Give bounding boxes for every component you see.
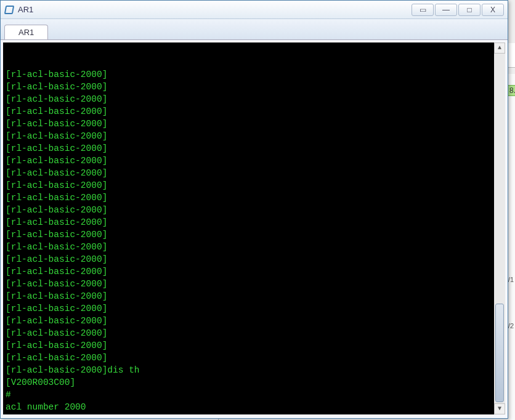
terminal-line: # bbox=[6, 389, 503, 401]
terminal-line: [rl-acl-basic-2000] bbox=[6, 327, 503, 339]
terminal-line: [rl-acl-basic-2000] bbox=[6, 265, 503, 278]
close-button[interactable]: X bbox=[482, 4, 504, 16]
terminal-line: [rl-acl-basic-2000] bbox=[6, 130, 503, 142]
tab-bar: AR1 bbox=[1, 19, 508, 40]
terminal-line: [rl-acl-basic-2000] bbox=[6, 253, 503, 265]
window-title: AR1 bbox=[18, 5, 33, 14]
terminal-line: [rl-acl-basic-2000] bbox=[6, 216, 503, 228]
terminal-line: [rl-acl-basic-2000] bbox=[6, 105, 503, 118]
terminal-line: [rl-acl-basic-2000] bbox=[6, 302, 503, 315]
scroll-down-button[interactable]: ▼ bbox=[494, 403, 505, 414]
terminal-line: [rl-acl-basic-2000] bbox=[6, 204, 503, 216]
terminal-line: [rl-acl-basic-2000]dis th bbox=[6, 364, 503, 376]
scroll-up-button[interactable]: ▲ bbox=[494, 42, 505, 54]
terminal-line: [rl-acl-basic-2000] bbox=[6, 339, 503, 352]
minimize-button[interactable]: — bbox=[435, 4, 457, 16]
terminal-line: [rl-acl-basic-2000] bbox=[6, 352, 503, 364]
terminal-line: [rl-acl-basic-2000] bbox=[6, 142, 503, 155]
scroll-thumb[interactable] bbox=[495, 304, 504, 402]
app-icon bbox=[4, 5, 14, 15]
terminal-line: [rl-acl-basic-2000] bbox=[6, 167, 503, 179]
terminal-line: [rl-acl-basic-2000] bbox=[6, 93, 503, 105]
titlebar[interactable]: AR1 ▭ — □ X bbox=[1, 1, 508, 19]
terminal-line: [V200R003C00] bbox=[6, 376, 503, 389]
terminal-scrollbar[interactable]: ▲ ▼ bbox=[494, 42, 505, 414]
terminal-line: [rl-acl-basic-2000] bbox=[6, 290, 503, 302]
terminal-line: acl number 2000 bbox=[6, 401, 503, 413]
terminal-line: [rl-acl-basic-2000] bbox=[6, 278, 503, 290]
maximize-button[interactable]: □ bbox=[458, 4, 481, 16]
terminal-line: [rl-acl-basic-2000] bbox=[6, 241, 503, 253]
terminal-line: [rl-acl-basic-2000] bbox=[6, 179, 503, 192]
terminal-line: [rl-acl-basic-2000] bbox=[6, 192, 503, 204]
terminal-line: [rl-acl-basic-2000] bbox=[6, 118, 503, 130]
terminal-line: [rl-acl-basic-2000] bbox=[6, 315, 503, 327]
terminal-window: AR1 ▭ — □ X AR1 [rl-acl-basic-2000][rl-a… bbox=[0, 0, 508, 419]
terminal-line: [rl-acl-basic-2000] bbox=[6, 155, 503, 167]
terminal-line: [rl-acl-basic-2000] bbox=[6, 81, 503, 93]
terminal-tab[interactable]: AR1 bbox=[4, 25, 48, 39]
terminal-line: [rl-acl-basic-2000] bbox=[6, 68, 503, 81]
terminal-line: [rl-acl-basic-2000] bbox=[6, 228, 503, 241]
terminal-output[interactable]: [rl-acl-basic-2000][rl-acl-basic-2000][r… bbox=[3, 42, 505, 414]
window-extra-button[interactable]: ▭ bbox=[412, 4, 434, 16]
terminal-line: rule 5 permit source 10.0.0.0 0.255.255.… bbox=[6, 413, 503, 414]
